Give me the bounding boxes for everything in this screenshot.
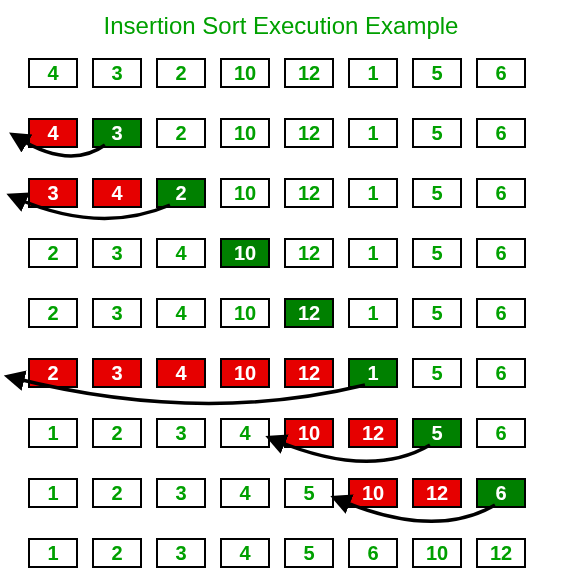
array-cell: 3 [92,118,142,148]
array-cell: 5 [284,478,334,508]
array-cell: 4 [156,298,206,328]
array-cell: 1 [348,298,398,328]
array-cell: 4 [28,118,78,148]
array-cell: 5 [284,538,334,568]
array-cell: 2 [92,538,142,568]
array-cell: 4 [28,58,78,88]
array-cell: 4 [156,238,206,268]
array-cell: 1 [348,238,398,268]
array-row: 4321012156 [28,118,562,148]
array-cell: 4 [220,538,270,568]
array-cell: 4 [220,418,270,448]
array-cell: 1 [348,58,398,88]
array-cell: 3 [92,238,142,268]
array-cell: 5 [412,238,462,268]
diagram-container: Insertion Sort Execution Example 4321012… [0,0,562,568]
array-cell: 1 [28,418,78,448]
array-cell: 2 [156,178,206,208]
array-cell: 12 [284,358,334,388]
array-row: 4321012156 [28,58,562,88]
array-cell: 3 [92,358,142,388]
array-cell: 3 [156,478,206,508]
array-cell: 12 [284,58,334,88]
array-cell: 12 [284,118,334,148]
array-cell: 6 [476,358,526,388]
array-cell: 10 [412,538,462,568]
array-cell: 10 [220,298,270,328]
array-cell: 12 [412,478,462,508]
array-cell: 6 [476,238,526,268]
array-cell: 3 [156,538,206,568]
array-cell: 3 [28,178,78,208]
array-cell: 10 [220,358,270,388]
array-cell: 1 [28,478,78,508]
array-cell: 2 [92,478,142,508]
array-cell: 1 [28,538,78,568]
array-row: 2341012156 [28,238,562,268]
array-cell: 2 [92,418,142,448]
array-cell: 1 [348,118,398,148]
array-cell: 6 [348,538,398,568]
diagram-title: Insertion Sort Execution Example [0,12,562,40]
array-cell: 10 [220,178,270,208]
array-cell: 2 [28,358,78,388]
array-cell: 3 [92,58,142,88]
array-row: 3421012156 [28,178,562,208]
array-cell: 5 [412,298,462,328]
array-cell: 12 [476,538,526,568]
array-cell: 12 [284,178,334,208]
array-cell: 6 [476,418,526,448]
array-cell: 5 [412,358,462,388]
array-cell: 4 [156,358,206,388]
array-cell: 5 [412,418,462,448]
array-cell: 6 [476,478,526,508]
array-row: 1234101256 [28,418,562,448]
array-cell: 10 [220,58,270,88]
array-row: 1234510126 [28,478,562,508]
array-cell: 10 [348,478,398,508]
array-cell: 6 [476,58,526,88]
array-cell: 5 [412,118,462,148]
array-row: 1234561012 [28,538,562,568]
array-cell: 3 [156,418,206,448]
array-row: 2341012156 [28,358,562,388]
array-cell: 2 [156,58,206,88]
array-cell: 6 [476,178,526,208]
array-cell: 6 [476,118,526,148]
array-cell: 2 [28,238,78,268]
array-cell: 2 [156,118,206,148]
rows-container: 4321012156432101215634210121562341012156… [0,58,562,568]
array-cell: 10 [284,418,334,448]
array-cell: 4 [220,478,270,508]
array-cell: 10 [220,118,270,148]
array-cell: 4 [92,178,142,208]
array-cell: 1 [348,178,398,208]
array-cell: 6 [476,298,526,328]
array-cell: 5 [412,178,462,208]
array-cell: 1 [348,358,398,388]
array-cell: 12 [284,298,334,328]
array-cell: 5 [412,58,462,88]
array-cell: 12 [348,418,398,448]
array-row: 2341012156 [28,298,562,328]
array-cell: 10 [220,238,270,268]
array-cell: 12 [284,238,334,268]
array-cell: 2 [28,298,78,328]
array-cell: 3 [92,298,142,328]
